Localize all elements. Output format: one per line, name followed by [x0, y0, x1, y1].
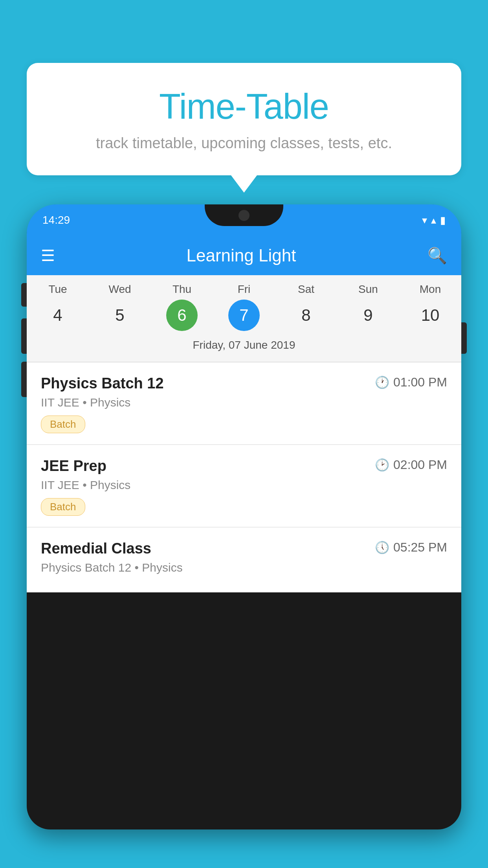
day-5[interactable]: 5 — [104, 300, 136, 331]
day-name-tue: Tue — [27, 283, 89, 296]
menu-icon[interactable]: ☰ — [41, 246, 55, 265]
day-name-sat: Sat — [275, 283, 337, 296]
search-icon[interactable]: 🔍 — [427, 246, 447, 265]
status-time: 14:29 — [42, 214, 70, 226]
day-names: Tue Wed Thu Fri Sat Sun Mon — [27, 283, 461, 296]
status-bar: 14:29 ▾ ▴ ▮ — [27, 204, 461, 236]
day-6-today[interactable]: 6 — [166, 300, 198, 331]
schedule-time-1: 🕐 01:00 PM — [375, 375, 447, 390]
speech-subtitle: track timetable, upcoming classes, tests… — [46, 135, 442, 152]
schedule-time-2: 🕑 02:00 PM — [375, 458, 447, 472]
app-title: Learning Light — [187, 246, 296, 265]
day-10[interactable]: 10 — [415, 300, 446, 331]
batch-tag-2: Batch — [41, 498, 85, 516]
clock-icon-3: 🕔 — [375, 541, 389, 554]
day-numbers: 4 5 6 7 8 9 10 — [27, 300, 461, 331]
selected-date-label: Friday, 07 June 2019 — [27, 336, 461, 358]
app-header: ☰ Learning Light 🔍 — [27, 236, 461, 275]
schedule-title-2: JEE Prep — [41, 458, 106, 474]
speech-bubble-container: Time-Table track timetable, upcoming cla… — [27, 63, 461, 175]
schedule-item-top-2: JEE Prep 🕑 02:00 PM — [41, 458, 447, 474]
schedule-sub-2: IIT JEE • Physics — [41, 478, 447, 492]
schedule-sub-1: IIT JEE • Physics — [41, 396, 447, 409]
schedule-list: Physics Batch 12 🕐 01:00 PM IIT JEE • Ph… — [27, 362, 461, 592]
clock-icon-2: 🕑 — [375, 458, 389, 472]
schedule-item-top-3: Remedial Class 🕔 05:25 PM — [41, 540, 447, 557]
day-7-selected[interactable]: 7 — [228, 300, 260, 331]
battery-icon: ▮ — [440, 214, 446, 226]
phone-container: 14:29 ▾ ▴ ▮ ☰ Learning Light 🔍 Tue Wed T… — [27, 204, 461, 868]
status-icons: ▾ ▴ ▮ — [422, 214, 446, 226]
day-name-sun: Sun — [337, 283, 399, 296]
schedule-item-jee-prep[interactable]: JEE Prep 🕑 02:00 PM IIT JEE • Physics Ba… — [27, 445, 461, 528]
schedule-item-physics-batch[interactable]: Physics Batch 12 🕐 01:00 PM IIT JEE • Ph… — [27, 362, 461, 445]
clock-icon-1: 🕐 — [375, 375, 389, 389]
wifi-icon: ▾ — [422, 214, 427, 226]
schedule-item-top-1: Physics Batch 12 🕐 01:00 PM — [41, 375, 447, 392]
schedule-sub-3: Physics Batch 12 • Physics — [41, 561, 447, 574]
schedule-time-3: 🕔 05:25 PM — [375, 540, 447, 555]
batch-tag-1: Batch — [41, 416, 85, 433]
day-name-wed: Wed — [89, 283, 151, 296]
power-button — [461, 322, 467, 354]
phone-screen: ☰ Learning Light 🔍 Tue Wed Thu Fri Sat S… — [27, 236, 461, 592]
day-4[interactable]: 4 — [42, 300, 73, 331]
schedule-title-1: Physics Batch 12 — [41, 375, 164, 392]
day-name-fri: Fri — [213, 283, 275, 296]
day-8[interactable]: 8 — [290, 300, 322, 331]
phone-outer: 14:29 ▾ ▴ ▮ ☰ Learning Light 🔍 Tue Wed T… — [27, 204, 461, 829]
speech-title: Time-Table — [46, 86, 442, 127]
speech-bubble: Time-Table track timetable, upcoming cla… — [27, 63, 461, 175]
volume-down-button — [21, 362, 27, 397]
camera-notch — [238, 210, 250, 221]
day-name-mon: Mon — [399, 283, 461, 296]
calendar-strip: Tue Wed Thu Fri Sat Sun Mon 4 5 6 7 8 9 … — [27, 275, 461, 362]
day-9[interactable]: 9 — [352, 300, 384, 331]
schedule-item-remedial[interactable]: Remedial Class 🕔 05:25 PM Physics Batch … — [27, 528, 461, 592]
volume-silent-button — [21, 283, 27, 307]
schedule-title-3: Remedial Class — [41, 540, 151, 557]
day-name-thu: Thu — [151, 283, 213, 296]
volume-up-button — [21, 318, 27, 354]
signal-icon: ▴ — [431, 214, 436, 226]
